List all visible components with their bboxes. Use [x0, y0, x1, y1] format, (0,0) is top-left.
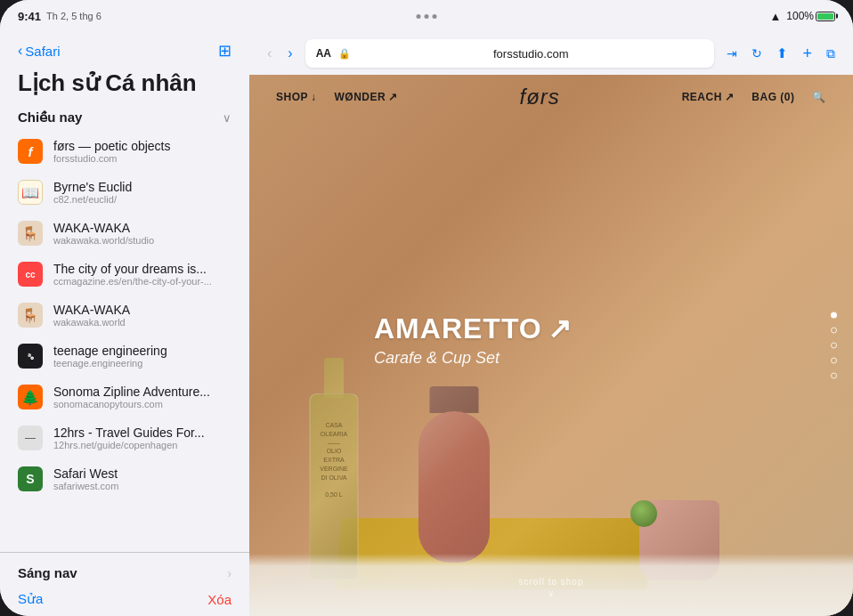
slide-dot-5[interactable]: [831, 373, 837, 379]
site-icon: 🌲: [18, 385, 43, 409]
slide-dots: [831, 312, 837, 379]
main-content: ‹ Safari ⊞ Lịch sử Cá nhân Chiều nay ∨ f…: [0, 32, 853, 616]
wonder-label: WØNDER: [335, 91, 386, 103]
product-title: AMARETTO ↗: [374, 312, 573, 345]
list-item[interactable]: 🪑 WAKA-WAKA wakawaka.world: [0, 295, 249, 336]
item-text: WAKA-WAKA wakawaka.world: [53, 303, 232, 328]
product-arrow-icon: ↗: [548, 312, 573, 345]
section-morning-link[interactable]: Sáng nav ›: [18, 562, 232, 584]
back-button[interactable]: ‹: [264, 42, 275, 65]
olive: [630, 500, 657, 527]
item-text: 12hrs - Travel Guides For... 12hrs.net/g…: [53, 426, 232, 450]
item-text: The city of your dreams is... ccmagazine…: [53, 262, 232, 287]
list-item[interactable]: f førs — poetic objects forsstudio.com: [0, 131, 249, 172]
item-url: teenage.engineering: [53, 358, 232, 369]
nav-item-bag[interactable]: BAG (0): [751, 91, 794, 103]
battery: 100%: [786, 10, 835, 22]
section-morning-chevron-icon: ›: [227, 566, 232, 580]
wifi-icon: ▲: [769, 10, 781, 23]
nav-item-wonder[interactable]: WØNDER ↗: [335, 91, 398, 103]
site-icon: 🪑: [18, 221, 43, 246]
slide-dot-1[interactable]: [831, 312, 837, 319]
item-text: teenage engineering teenage.engineering: [53, 344, 232, 369]
back-chevron-icon: ‹: [18, 43, 22, 59]
section-chevron-icon[interactable]: ∨: [223, 111, 232, 125]
dot3: [433, 14, 437, 19]
list-item[interactable]: cc The city of your dreams is... ccmagaz…: [0, 254, 249, 295]
status-time: 9:41 Th 2, 5 thg 6: [18, 10, 102, 23]
history-list: f førs — poetic objects forsstudio.com 📖…: [0, 131, 249, 552]
item-url: wakawaka.world/studio: [53, 235, 232, 246]
dot1: [417, 14, 421, 19]
item-text: WAKA-WAKA wakawaka.world/studio: [53, 221, 232, 246]
list-item[interactable]: S Safari West safariwest.com: [0, 458, 249, 499]
list-item[interactable]: ᵃₒ teenage engineering teenage.engineeri…: [0, 336, 249, 377]
site-icon: 📖: [18, 180, 43, 205]
item-title: teenage engineering: [53, 344, 232, 358]
list-item[interactable]: 🌲 Sonoma Zipline Adventure... sonomacano…: [0, 377, 249, 417]
item-title: 12hrs - Travel Guides For...: [53, 426, 232, 440]
grid-icon[interactable]: ⊞: [218, 41, 232, 61]
nav-left: SHOP ↓ WØNDER ↗: [276, 91, 398, 103]
left-panel: ‹ Safari ⊞ Lịch sử Cá nhân Chiều nay ∨ f…: [0, 32, 249, 616]
slide-dot-4[interactable]: [831, 358, 837, 364]
nav-item-shop[interactable]: SHOP ↓: [276, 91, 317, 103]
product-subtitle: Carafe & Cup Set: [374, 349, 573, 368]
forward-button[interactable]: ›: [284, 42, 296, 65]
date-label: Th 2, 5 thg 6: [46, 11, 102, 21]
site-icon: ᵃₒ: [18, 344, 43, 369]
reach-arrow-icon: ↗: [725, 91, 735, 103]
nav-item-reach[interactable]: REACH ↗: [682, 91, 735, 103]
reach-label: REACH: [682, 91, 722, 103]
edit-button[interactable]: Sửa: [18, 591, 43, 607]
footer-actions: Sửa Xóa: [18, 584, 232, 607]
website-nav: SHOP ↓ WØNDER ↗ førs REACH ↗: [249, 75, 853, 119]
battery-icon: [816, 12, 835, 21]
item-title: Safari West: [53, 466, 232, 481]
item-title: Sonoma Zipline Adventure...: [53, 385, 232, 399]
panel-footer: Sáng nav › Sửa Xóa: [0, 552, 249, 616]
nav-item-search[interactable]: 🔍: [812, 91, 826, 103]
address-field[interactable]: AA 🔒 forsstudio.com: [305, 39, 715, 68]
brand-logo[interactable]: førs: [520, 85, 560, 109]
delete-button[interactable]: Xóa: [207, 591, 232, 607]
item-url: ccmagazine.es/en/the-city-of-your-...: [53, 276, 232, 287]
item-url: sonomacanopytours.com: [53, 399, 232, 409]
item-title: WAKA-WAKA: [53, 303, 232, 317]
battery-label: 100%: [786, 10, 814, 22]
list-item[interactable]: — 12hrs - Travel Guides For... 12hrs.net…: [0, 417, 249, 458]
right-panel: ‹ › AA 🔒 forsstudio.com ⇥ ↻ ⬆ + ⧉: [249, 32, 853, 616]
tabs-button[interactable]: ⧉: [823, 43, 839, 65]
item-text: Safari West safariwest.com: [53, 466, 232, 491]
search-icon: 🔍: [812, 91, 826, 103]
item-text: Byrne's Euclid c82.net/euclid/: [53, 180, 232, 205]
slide-dot-2[interactable]: [831, 328, 837, 334]
address-bar: ‹ › AA 🔒 forsstudio.com ⇥ ↻ ⬆ + ⧉: [249, 32, 853, 75]
scroll-text: scroll to shop: [519, 577, 584, 587]
section-today-header: Chiều nay ∨: [0, 104, 249, 131]
back-safari-button[interactable]: ‹ Safari: [18, 43, 61, 59]
section-today-label: Chiều nay: [18, 109, 82, 126]
product-overlay: AMARETTO ↗ Carafe & Cup Set: [374, 312, 573, 368]
shop-arrow-icon: ↓: [311, 91, 317, 103]
section-morning-label: Sáng nav: [18, 565, 77, 580]
add-button[interactable]: +: [799, 41, 816, 67]
slide-dot-3[interactable]: [831, 343, 837, 349]
item-title: Byrne's Euclid: [53, 180, 232, 194]
panel-title: Lịch sử Cá nhân: [0, 66, 249, 104]
glass-bottle: CASA OLEARIA——OLIO EXTRAVERGINEDI OLIVA0…: [303, 358, 365, 580]
share-button[interactable]: ⬆: [773, 42, 792, 65]
address-actions: ⇥ ↻ ⬆ + ⧉: [723, 41, 839, 67]
list-item[interactable]: 🪑 WAKA-WAKA wakawaka.world/studio: [0, 213, 249, 254]
scroll-arrow-icon: ∨: [519, 588, 584, 598]
ceramic-vase-body: [418, 411, 490, 563]
refresh-button[interactable]: ↻: [748, 43, 766, 64]
scroll-indicator: scroll to shop ∨: [519, 577, 584, 598]
aa-label[interactable]: AA: [316, 47, 331, 60]
site-icon: cc: [18, 262, 43, 287]
product-title-text: AMARETTO: [374, 312, 542, 345]
list-item[interactable]: 📖 Byrne's Euclid c82.net/euclid/: [0, 172, 249, 213]
wonder-arrow-icon: ↗: [388, 91, 398, 103]
reader-button[interactable]: ⇥: [723, 43, 741, 64]
item-url: c82.net/euclid/: [53, 194, 232, 205]
